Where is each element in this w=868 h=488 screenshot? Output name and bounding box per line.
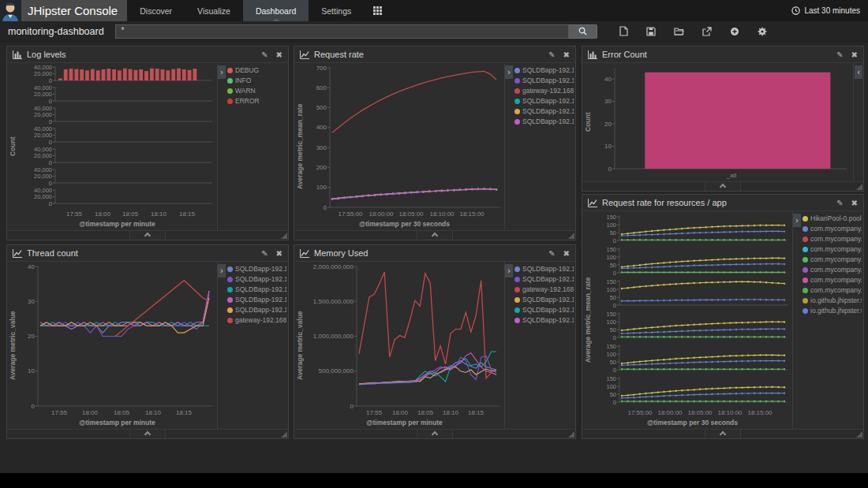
edit-panel-icon[interactable]: ✎: [836, 50, 843, 59]
legend-item[interactable]: com.mycompany.myap...: [803, 286, 862, 294]
remove-panel-icon[interactable]: ✖: [276, 249, 282, 258]
open-folder-icon[interactable]: [674, 27, 684, 35]
legend-item[interactable]: SQLDBapp-192.168.4...: [227, 296, 286, 304]
legend-item[interactable]: gateway-192.168.43.8:...: [514, 285, 574, 293]
x-tick-label: 18:10: [443, 409, 458, 416]
edit-panel-icon[interactable]: ✎: [261, 249, 268, 258]
save-icon[interactable]: [646, 27, 656, 36]
legend-item[interactable]: SQLDBapp-192.168.4...: [514, 117, 574, 125]
collapse-chevron[interactable]: [417, 430, 453, 438]
collapse-chevron[interactable]: [705, 430, 741, 438]
legend-item[interactable]: SQLDBapp-192.168.4...: [514, 316, 574, 324]
thread-count-chart[interactable]: 403020100: [17, 262, 217, 408]
legend-item[interactable]: SQLDBapp-192.168.4...: [227, 285, 286, 293]
remove-panel-icon[interactable]: ✖: [563, 50, 570, 59]
legend-item[interactable]: DEBUG: [227, 66, 286, 74]
edit-panel-icon[interactable]: ✎: [261, 50, 268, 59]
new-document-icon[interactable]: [619, 26, 628, 36]
remove-panel-icon[interactable]: ✖: [276, 50, 282, 59]
panel-header[interactable]: Thread count ✎✖: [7, 245, 288, 262]
log-levels-chart[interactable]: 40,00020,000040,00020,000040,00020,00004…: [17, 63, 217, 210]
legend-color-dot: [227, 287, 233, 292]
legend-item[interactable]: SQLDBapp-192.168.4...: [514, 107, 574, 115]
legend-item[interactable]: SQLDBapp-192.168.4...: [514, 296, 574, 304]
panel-header[interactable]: Error Count ✎✖: [582, 47, 863, 63]
memory-used-chart[interactable]: 2,000,000,0001,500,000,0001,000,000,0005…: [305, 262, 504, 408]
chart-row: 150100500: [593, 308, 792, 341]
legend-item[interactable]: com.mycompany.myap...: [803, 245, 862, 253]
resize-handle[interactable]: [281, 233, 287, 239]
legend-item[interactable]: SQLDBapp-192.168.4...: [227, 265, 286, 273]
legend-item[interactable]: com.mycompany.myap...: [803, 266, 862, 274]
resize-handle[interactable]: [568, 431, 574, 438]
legend-toggle-icon[interactable]: ‹: [855, 65, 862, 79]
legend-item[interactable]: SQLDBapp-192.168.4...: [514, 275, 574, 283]
query-input[interactable]: [115, 24, 569, 39]
legend-item[interactable]: SQLDBapp-192.168.4...: [514, 265, 574, 273]
legend-item[interactable]: SQLDBapp-192.168.4...: [227, 306, 286, 314]
remove-panel-icon[interactable]: ✖: [851, 50, 858, 59]
resize-handle[interactable]: [856, 431, 862, 438]
legend-toggle-icon[interactable]: ›: [218, 65, 226, 79]
time-filter[interactable]: Last 30 minutes: [791, 0, 868, 21]
share-icon[interactable]: [702, 27, 712, 36]
nav-item-dashboard[interactable]: Dashboard: [243, 0, 309, 21]
nav-item-settings[interactable]: Settings: [309, 0, 364, 21]
legend-toggle-icon[interactable]: ›: [505, 65, 513, 79]
nav-item-discover[interactable]: Discover: [127, 0, 185, 21]
legend-toggle-icon[interactable]: ›: [218, 264, 226, 278]
panel-header[interactable]: Request rate for resources / app ✎✖: [582, 195, 863, 211]
legend-toggle-icon[interactable]: ›: [793, 214, 801, 227]
legend-item[interactable]: com.mycompany.myap...: [803, 276, 862, 284]
legend-item[interactable]: SQLDBapp-192.168.4...: [514, 306, 574, 314]
panel-header[interactable]: Memory Used ✎✖: [294, 245, 575, 262]
app-grid-icon[interactable]: [364, 0, 391, 21]
time-filter-label: Last 30 minutes: [804, 6, 860, 15]
panel-header[interactable]: Request rate ✎✖: [294, 47, 575, 63]
legend-toggle-icon[interactable]: ›: [505, 264, 513, 278]
legend-item[interactable]: com.mycompany.myap...: [803, 225, 862, 233]
collapse-chevron[interactable]: [129, 430, 166, 438]
resize-handle[interactable]: [856, 184, 862, 190]
brand[interactable]: JHipster Console: [0, 0, 127, 21]
request-rate-chart[interactable]: 7006005004003002001000: [305, 63, 504, 210]
edit-panel-icon[interactable]: ✎: [548, 50, 555, 59]
legend-item[interactable]: io.github.jhipster.web.r...: [803, 296, 862, 304]
search-button[interactable]: [569, 24, 597, 39]
legend-item[interactable]: com.mycompany.myap...: [803, 255, 862, 263]
legend-item[interactable]: SQLDBapp-192.168.4...: [227, 275, 286, 283]
legend-item[interactable]: com.mycompany.myap...: [803, 235, 862, 243]
options-gear-icon[interactable]: [758, 27, 767, 36]
collapse-chevron[interactable]: [417, 231, 453, 240]
remove-panel-icon[interactable]: ✖: [563, 249, 570, 258]
resize-handle[interactable]: [281, 431, 287, 438]
legend-item[interactable]: WARN: [227, 87, 286, 95]
error-count-chart[interactable]: 403020100: [593, 63, 853, 171]
x-tick-label: 18:00: [82, 409, 98, 416]
legend-item[interactable]: SQLDBapp-192.168.4...: [514, 76, 574, 84]
svg-text:400: 400: [316, 124, 327, 131]
legend-item[interactable]: gateway-192.168.43.8:...: [227, 316, 286, 324]
add-visualization-icon[interactable]: [730, 27, 739, 36]
legend-item[interactable]: SQLDBapp-192.168.4...: [514, 97, 574, 105]
y-axis-label: Average metric_value: [7, 262, 17, 429]
legend-item[interactable]: gateway-192.168.43.8:...: [514, 87, 574, 95]
remove-panel-icon[interactable]: ✖: [851, 199, 858, 207]
collapse-chevron[interactable]: [129, 231, 166, 240]
resources-chart[interactable]: 1501005001501005001501005001501005001501…: [593, 211, 792, 408]
edit-panel-icon[interactable]: ✎: [836, 199, 843, 207]
resize-handle[interactable]: [568, 233, 574, 239]
edit-panel-icon[interactable]: ✎: [548, 249, 555, 258]
svg-text:1,500,000,000: 1,500,000,000: [313, 298, 354, 305]
x-axis-ticks: 17:5518:0018:0518:1018:15: [305, 408, 504, 419]
legend-color-dot: [803, 288, 808, 293]
panel-header[interactable]: Log levels ✎✖: [7, 47, 288, 63]
legend-item[interactable]: io.github.jhipster.web.r...: [803, 307, 862, 315]
legend-item[interactable]: SQLDBapp-192.168.4...: [514, 66, 574, 74]
panel-request-rate-resources: Request rate for resources / app ✎✖ Aver…: [582, 194, 864, 439]
collapse-chevron[interactable]: [705, 182, 741, 191]
legend-item[interactable]: HikariPool-0.pool.Wait: [803, 214, 862, 222]
legend-item[interactable]: INFO: [227, 76, 286, 84]
nav-item-visualize[interactable]: Visualize: [185, 0, 243, 21]
legend-item[interactable]: ERROR: [227, 97, 286, 105]
